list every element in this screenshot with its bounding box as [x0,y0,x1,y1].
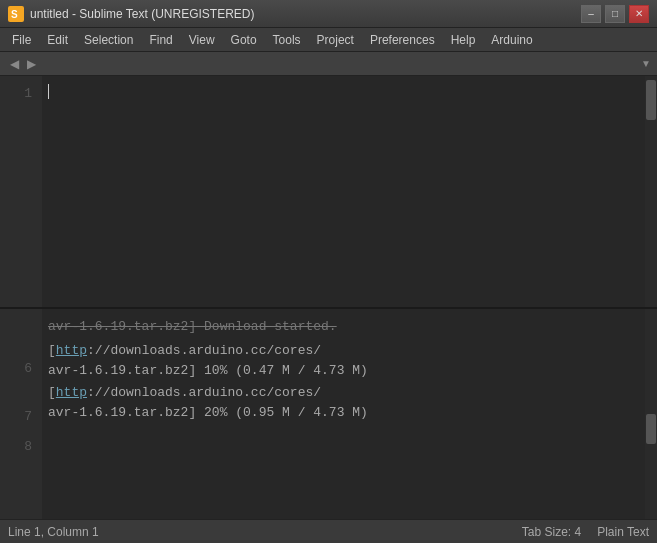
title-text: untitled - Sublime Text (UNREGISTERED) [30,7,581,21]
editor-bottom[interactable]: 6 7 8 avr-1.6.19.tar.bz2] Download start… [0,309,657,519]
nav-bar: ◀ ▶ ▼ [0,52,657,76]
output-line-8 [48,425,639,445]
menu-arduino[interactable]: Arduino [483,31,540,49]
main-content: 1 6 7 8 avr-1.6.19.tar.bz2] Download sta… [0,76,657,519]
minimize-button[interactable]: – [581,5,601,23]
menu-bar: File Edit Selection Find View Goto Tools… [0,28,657,52]
menu-selection[interactable]: Selection [76,31,141,49]
menu-project[interactable]: Project [309,31,362,49]
status-bar: Line 1, Column 1 Tab Size: 4 Plain Text [0,519,657,543]
output-line-partial: avr-1.6.19.tar.bz2] Download started. [48,317,639,337]
editor-top[interactable]: 1 [0,76,657,309]
menu-help[interactable]: Help [443,31,484,49]
line-num-8: 8 [0,437,42,457]
scrollbar-thumb-bottom[interactable] [646,414,656,444]
line-num-6: 6 [0,341,42,389]
nav-dropdown-arrow[interactable]: ▼ [641,58,651,69]
menu-find[interactable]: Find [141,31,180,49]
menu-tools[interactable]: Tools [265,31,309,49]
status-syntax[interactable]: Plain Text [597,525,649,539]
maximize-button[interactable]: □ [605,5,625,23]
line-numbers-top: 1 [0,76,42,307]
menu-preferences[interactable]: Preferences [362,31,443,49]
scrollbar-top[interactable] [645,76,657,307]
app-icon: S [8,6,24,22]
status-position: Line 1, Column 1 [8,525,522,539]
status-tab-size[interactable]: Tab Size: 4 [522,525,581,539]
svg-text:S: S [11,9,18,20]
status-right: Tab Size: 4 Plain Text [522,525,649,539]
menu-file[interactable]: File [4,31,39,49]
line-num-1: 1 [0,84,42,104]
menu-edit[interactable]: Edit [39,31,76,49]
cursor-line [48,84,639,99]
menu-goto[interactable]: Goto [223,31,265,49]
title-bar: S untitled - Sublime Text (UNREGISTERED)… [0,0,657,28]
nav-next-arrow[interactable]: ▶ [23,57,40,71]
line-num-7: 7 [0,389,42,437]
menu-view[interactable]: View [181,31,223,49]
scrollbar-bottom[interactable] [645,309,657,519]
output-line-7: [http://downloads.arduino.cc/cores/ avr-… [48,383,639,423]
line-num-blank-top [0,317,42,341]
editor-code-top[interactable] [42,76,645,307]
nav-prev-arrow[interactable]: ◀ [6,57,23,71]
window-controls: – □ ✕ [581,5,649,23]
line-numbers-bottom: 6 7 8 [0,309,42,519]
output-line-6: [http://downloads.arduino.cc/cores/ avr-… [48,341,639,381]
close-button[interactable]: ✕ [629,5,649,23]
scrollbar-thumb-top[interactable] [646,80,656,120]
editor-code-bottom[interactable]: avr-1.6.19.tar.bz2] Download started. [h… [42,309,645,519]
text-cursor [48,84,49,99]
